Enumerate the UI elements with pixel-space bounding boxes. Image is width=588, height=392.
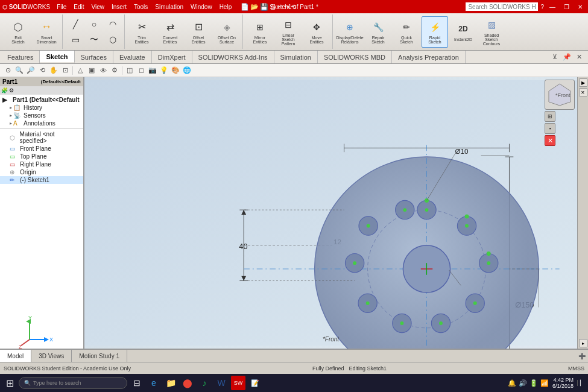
menu-tools[interactable]: Tools [131, 3, 151, 11]
tab-motion-study[interactable]: Motion Study 1 [72, 350, 127, 362]
tab-close-icon[interactable]: ✕ [574, 52, 584, 63]
view-cube[interactable]: *Front [545, 80, 575, 110]
tab-dimxpert[interactable]: DimXpert [152, 51, 192, 63]
show-desktop-button[interactable]: ▏ [577, 380, 584, 386]
exit-sketch-button[interactable]: ⬡ ExitSketch [5, 16, 31, 48]
tree-item-annotations[interactable]: ▸ A Annotations [0, 119, 83, 127]
menu-window[interactable]: Window [188, 3, 215, 11]
help-icon[interactable]: ? [540, 4, 544, 10]
scene-icon[interactable]: 🌐 [182, 65, 192, 76]
convert-button[interactable]: ⇄ ConvertEntities [157, 16, 183, 48]
view-3d-icon[interactable]: ◻ [136, 65, 147, 76]
taskbar-edge-icon[interactable]: e [147, 376, 161, 390]
tree-item-right-plane[interactable]: ▭ Right Plane [0, 160, 83, 168]
tree-item-front-plane[interactable]: ▭ Front Plane [0, 145, 83, 153]
trim-button[interactable]: ✂ TrimEntities [128, 16, 155, 48]
view-orient-icon[interactable]: △ [75, 65, 86, 76]
taskbar-folder-icon[interactable]: 📁 [163, 376, 178, 390]
tab-3d-views[interactable]: 3D Views [31, 350, 72, 362]
zoom-to-fit-icon[interactable]: ⊙ [2, 65, 13, 76]
tab-evaluate[interactable]: Evaluate [113, 51, 152, 63]
zoom-box-icon[interactable]: ⊡ [60, 65, 71, 76]
instant2d-button[interactable]: 2D Instant2D [450, 16, 476, 48]
appearances-icon[interactable]: 🎨 [170, 65, 181, 76]
tree-item-part[interactable]: ▶ Part1 (Default<<Default [0, 96, 83, 104]
toolbar-open-icon[interactable]: 📂 [250, 3, 259, 11]
toolbar-save-icon[interactable]: 💾 [260, 3, 268, 11]
restore-button[interactable]: ❐ [561, 4, 572, 10]
sketch-canvas[interactable]: Ø150 Ø10 40 12 Ø28 [84, 77, 577, 349]
display-delete-button[interactable]: ⊕ Display/DeleteRelations [337, 16, 363, 48]
repair-button[interactable]: 🔧 RepairSketch [365, 16, 391, 48]
toolbar-new-icon[interactable]: 📄 [241, 3, 249, 11]
tree-item-sensors[interactable]: ▸ 📡 Sensors [0, 112, 83, 119]
tab-pin-icon[interactable]: 📌 [561, 52, 572, 63]
tray-wifi-icon[interactable]: 📶 [540, 379, 549, 387]
tray-battery-icon[interactable]: 🔋 [530, 379, 538, 387]
config-icon[interactable]: ⚙ [9, 87, 14, 93]
taskbar-spotify-icon[interactable]: ♪ [197, 376, 212, 390]
section-view-icon[interactable]: ◫ [124, 65, 135, 76]
display-style-icon[interactable]: ▣ [86, 65, 97, 76]
taskbar-task-view[interactable]: ⊟ [130, 376, 144, 390]
view-settings-icon[interactable]: ⚙ [109, 65, 120, 76]
lights-icon[interactable]: 💡 [159, 65, 169, 76]
rpanel-btn-1[interactable]: ▶ [579, 78, 587, 87]
rpanel-btn-2[interactable]: ✕ [579, 88, 587, 96]
taskbar-sw-icon[interactable]: SW [231, 376, 245, 390]
zoom-in-icon[interactable]: 🔍 [14, 65, 25, 76]
menu-simulation[interactable]: Simulation [152, 3, 186, 11]
polygon-tool-button[interactable]: ⬡ [104, 32, 122, 47]
tab-addins[interactable]: SOLIDWORKS Add-Ins [192, 51, 274, 63]
arc-tool-button[interactable]: ◠ [104, 16, 122, 31]
menu-help[interactable]: Help [217, 3, 235, 11]
canvas-split-button[interactable]: ▪ [545, 123, 555, 134]
part-icon[interactable]: 🧩 [1, 87, 8, 93]
rpanel-btn-bottom[interactable]: ▸ [579, 339, 587, 347]
tray-volume-icon[interactable]: 🔊 [519, 379, 527, 387]
smart-dimension-button[interactable]: ↔ SmartDimension [33, 16, 60, 48]
zoom-out-icon[interactable]: 🔎 [25, 65, 36, 76]
menu-bar[interactable]: File Edit View Insert Tools Simulation W… [54, 3, 235, 11]
line-tool-button[interactable]: ╱ [66, 16, 84, 31]
close-button[interactable]: ✕ [575, 4, 586, 10]
menu-edit[interactable]: Edit [71, 3, 87, 11]
canvas-close-button[interactable]: ✕ [545, 135, 555, 146]
taskbar-search[interactable]: 🔍 Type here to search [19, 377, 127, 389]
rotate-icon[interactable]: ⟲ [37, 65, 48, 76]
camera-icon[interactable]: 📷 [147, 65, 158, 76]
mirror-button[interactable]: ⊞ MirrorEntities [247, 16, 273, 48]
rectangle-tool-button[interactable]: ▭ [66, 32, 84, 47]
menu-view[interactable]: View [88, 3, 107, 11]
pan-icon[interactable]: ✋ [48, 65, 59, 76]
quick-sketch-button[interactable]: ✏ QuickSketch [393, 16, 420, 48]
tree-item-top-plane[interactable]: ▭ Top Plane [0, 153, 83, 160]
linear-pattern-button[interactable]: ⊟ Linear SketchPattern [275, 16, 302, 48]
tab-sketch[interactable]: Sketch [40, 51, 74, 63]
move-button[interactable]: ✥ MoveEntities [303, 16, 330, 48]
search-input[interactable] [466, 2, 538, 11]
tree-item-history[interactable]: ▸ 📋 History [0, 104, 83, 112]
tab-analysis[interactable]: Analysis Preparation [392, 51, 466, 63]
tree-item-origin[interactable]: ⊕ Origin [0, 168, 83, 176]
tree-item-sketch1[interactable]: ✏ (-) Sketch1 [0, 176, 83, 184]
taskbar-chrome-icon[interactable]: ⬤ [180, 376, 195, 390]
clock-display[interactable]: 4:42 PM 6/1/2018 [552, 377, 574, 389]
hide-show-icon[interactable]: 👁 [98, 65, 109, 76]
shaded-sketch-button[interactable]: ▨ Shaded SketchContours [478, 16, 505, 48]
tab-features[interactable]: Features [1, 51, 40, 63]
tab-simulation[interactable]: Simulation [274, 51, 318, 63]
offset-button[interactable]: ⊡ OffsetEntities [185, 16, 212, 48]
tab-surfaces[interactable]: Surfaces [75, 51, 113, 63]
tab-model[interactable]: Model [0, 350, 31, 362]
tab-mbd[interactable]: SOLIDWORKS MBD [318, 51, 392, 63]
taskbar-word-icon[interactable]: W [214, 376, 229, 390]
tab-expand-icon[interactable]: ⊻ [549, 52, 560, 63]
add-tab-button[interactable]: ➕ [578, 353, 586, 359]
offset-on-button[interactable]: ◈ Offset OnSurface [213, 16, 240, 48]
start-button[interactable]: ⊞ [4, 378, 16, 389]
minimize-button[interactable]: — [546, 4, 558, 10]
tray-network-icon[interactable]: 🔔 [508, 379, 516, 387]
rapid-sketch-button[interactable]: ⚡ RapidSketch [422, 16, 448, 48]
tree-item-material[interactable]: ⬡ Material <not specified> [0, 130, 83, 145]
